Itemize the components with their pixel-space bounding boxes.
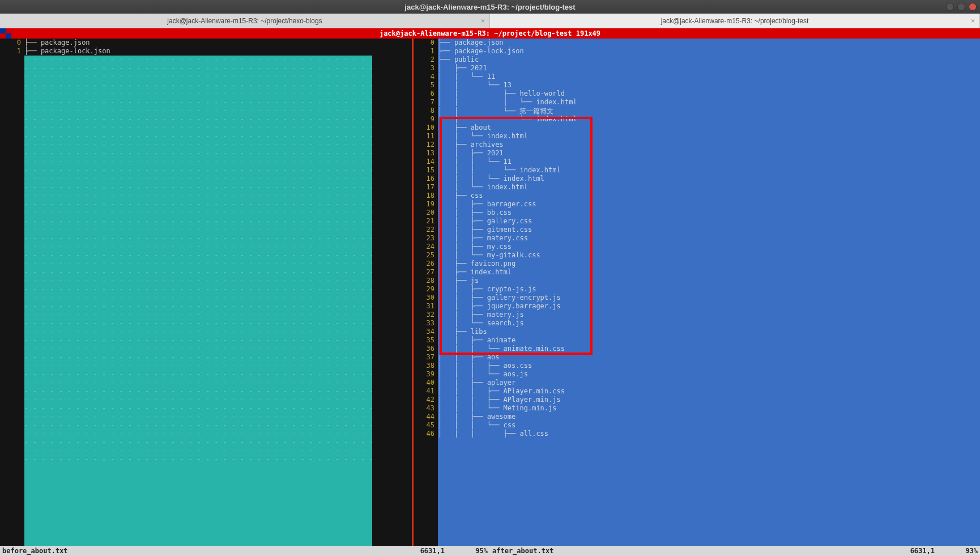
- status-position: 6631,1: [420, 547, 445, 555]
- maximize-button[interactable]: [957, 3, 965, 11]
- status-position: 6631,1: [910, 547, 935, 555]
- window-buttons: [946, 3, 977, 11]
- tab-close-icon[interactable]: ×: [481, 17, 485, 25]
- tab-hexo-blogs[interactable]: jack@jack-Alienware-m15-R3: ~/project/he…: [0, 14, 490, 28]
- right-pane[interactable]: 0123456789101112131415161718192021222324…: [414, 39, 980, 546]
- window-titlebar: jack@jack-Alienware-m15-R3: ~/project/bl…: [0, 0, 980, 14]
- vim-statusbar: before_about.txt 6631,1 95% after_about.…: [0, 546, 980, 556]
- status-percent: 93%: [965, 547, 978, 555]
- window-title: jack@jack-Alienware-m15-R3: ~/project/bl…: [404, 3, 575, 11]
- byobu-status-bar: jack@jack-Alienware-m15-R3: ~/project/bl…: [0, 28, 980, 39]
- left-pane[interactable]: 01 ├── package.json├── package-lock.json…: [0, 39, 412, 546]
- left-top-lines: ├── package.json├── package-lock.json: [24, 39, 412, 56]
- left-diff-filler: - - - - - - - - - - - - - - - - - - - - …: [24, 56, 372, 546]
- vimdiff-panes: 01 ├── package.json├── package-lock.json…: [0, 39, 980, 546]
- tab-label: jack@jack-Alienware-m15-R3: ~/project/he…: [167, 17, 322, 25]
- left-scrollbar-area: [372, 39, 412, 546]
- statusbar-left: before_about.txt 6631,1 95%: [0, 546, 490, 556]
- terminal-tabbar: jack@jack-Alienware-m15-R3: ~/project/he…: [0, 14, 980, 28]
- byobu-status-text: jack@jack-Alienware-m15-R3: ~/project/bl…: [380, 29, 600, 37]
- status-filename: after_about.txt: [492, 547, 553, 555]
- close-button[interactable]: [969, 3, 977, 11]
- status-percent: 95%: [475, 547, 488, 555]
- right-tree-content: ├── package.json├── package-lock.json├──…: [438, 39, 577, 438]
- tab-close-icon[interactable]: ×: [971, 17, 975, 25]
- tab-blog-test[interactable]: jack@jack-Alienware-m15-R3: ~/project/bl…: [490, 14, 980, 28]
- statusbar-right: after_about.txt 6631,1 93%: [490, 546, 980, 556]
- tab-label: jack@jack-Alienware-m15-R3: ~/project/bl…: [661, 17, 809, 25]
- minimize-button[interactable]: [946, 3, 954, 11]
- right-gutter: 0123456789101112131415161718192021222324…: [414, 39, 438, 546]
- left-gutter: 01: [0, 39, 24, 546]
- status-filename: before_about.txt: [2, 547, 68, 555]
